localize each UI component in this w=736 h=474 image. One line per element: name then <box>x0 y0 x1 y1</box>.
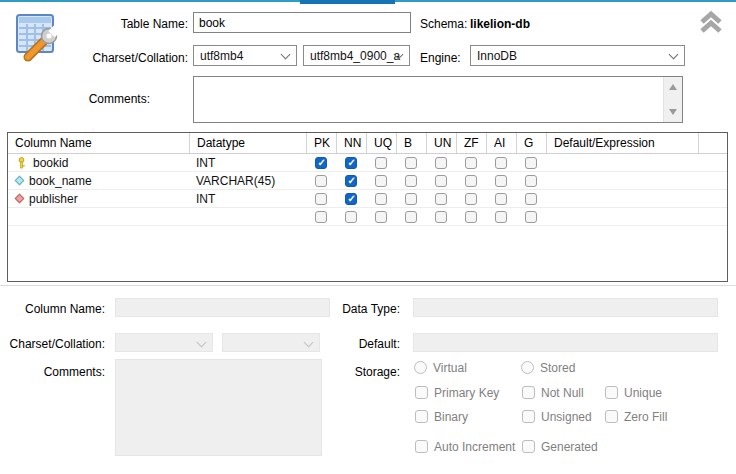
engine-select-value: InnoDB <box>477 49 517 63</box>
flag-cell-zf <box>456 193 486 205</box>
column-header-b[interactable]: B <box>396 133 426 153</box>
unique-checkbox <box>605 386 618 399</box>
column-name-cell[interactable]: publisher <box>8 192 189 206</box>
uq-checkbox[interactable] <box>375 193 387 205</box>
zf-checkbox[interactable] <box>465 193 477 205</box>
engine-select[interactable]: InnoDB <box>470 45 685 66</box>
un-checkbox[interactable] <box>435 175 447 187</box>
flag-cell-g <box>516 211 546 223</box>
flag-cell-nn <box>336 211 366 223</box>
pk-checkbox[interactable] <box>315 175 327 187</box>
diamond-blue-icon <box>15 176 25 186</box>
charset-select-value: utf8mb4 <box>200 49 243 63</box>
flag-cell-pk <box>306 211 336 223</box>
column-header-pk[interactable]: PK <box>306 133 336 153</box>
chevron-down-icon <box>197 338 207 348</box>
detail-comments-label: Comments: <box>5 365 105 380</box>
nn-checkbox[interactable] <box>345 157 357 169</box>
column-header-name[interactable]: Column Name <box>8 133 189 153</box>
schema-label: Schema: <box>420 17 467 32</box>
zf-checkbox[interactable] <box>465 157 477 169</box>
column-header-un[interactable]: UN <box>426 133 456 153</box>
b-checkbox[interactable] <box>405 211 417 223</box>
table-row[interactable] <box>8 208 727 226</box>
panel-divider <box>0 285 736 286</box>
flag-cell-g <box>516 175 546 187</box>
charset-select[interactable]: utf8mb4 <box>193 45 297 66</box>
storage-virtual-label: Virtual <box>433 361 467 376</box>
datatype-cell[interactable]: INT <box>189 156 306 170</box>
table-row[interactable]: book_nameVARCHAR(45) <box>8 172 727 190</box>
flag-cell-uq <box>366 211 396 223</box>
detail-data-type-label: Data Type: <box>300 302 400 317</box>
nn-checkbox[interactable] <box>345 175 357 187</box>
g-checkbox[interactable] <box>525 175 537 187</box>
zf-checkbox[interactable] <box>465 211 477 223</box>
flag-cell-b <box>396 175 426 187</box>
primary-key-checkbox <box>415 386 428 399</box>
table-name-label: Table Name: <box>40 17 188 32</box>
column-header-ai[interactable]: AI <box>486 133 516 153</box>
ai-checkbox[interactable] <box>495 193 507 205</box>
column-header-filler <box>698 133 727 153</box>
b-checkbox[interactable] <box>405 175 417 187</box>
column-header-uq[interactable]: UQ <box>366 133 396 153</box>
collation-select[interactable]: utf8mb4_0900_a <box>303 45 410 66</box>
g-checkbox[interactable] <box>525 211 537 223</box>
uq-checkbox[interactable] <box>375 211 387 223</box>
scrollbar[interactable] <box>663 77 682 122</box>
table-row[interactable]: bookidINT <box>8 154 727 172</box>
charset-collation-label: Charset/Collation: <box>40 51 188 66</box>
ai-checkbox[interactable] <box>495 175 507 187</box>
column-header-zf[interactable]: ZF <box>456 133 486 153</box>
primary-key-label: Primary Key <box>434 386 499 401</box>
detail-default-input <box>413 333 718 352</box>
detail-column-name-label: Column Name: <box>5 302 105 317</box>
table-comments-textarea[interactable] <box>193 76 683 123</box>
uq-checkbox[interactable] <box>375 175 387 187</box>
flag-cell-g <box>516 157 546 169</box>
pk-checkbox[interactable] <box>315 211 327 223</box>
binary-checkbox <box>415 410 428 423</box>
datatype-cell[interactable]: VARCHAR(45) <box>189 174 306 188</box>
schema-value: likelion-db <box>470 17 530 32</box>
flag-cell-ai <box>486 193 516 205</box>
b-checkbox[interactable] <box>405 193 417 205</box>
uq-checkbox[interactable] <box>375 157 387 169</box>
nn-checkbox[interactable] <box>345 211 357 223</box>
column-header-nn[interactable]: NN <box>336 133 366 153</box>
table-name-input[interactable] <box>193 12 411 33</box>
not-null-label: Not Null <box>541 386 584 401</box>
un-checkbox[interactable] <box>435 211 447 223</box>
ai-checkbox[interactable] <box>495 157 507 169</box>
g-checkbox[interactable] <box>525 157 537 169</box>
pk-checkbox[interactable] <box>315 157 327 169</box>
flag-cell-nn <box>336 157 366 169</box>
flag-cell-zf <box>456 175 486 187</box>
table-row[interactable]: publisherINT <box>8 190 727 208</box>
pk-checkbox[interactable] <box>315 193 327 205</box>
collapse-panel-button[interactable] <box>698 9 724 35</box>
flag-cell-zf <box>456 157 486 169</box>
detail-comments-textarea <box>115 359 322 456</box>
un-checkbox[interactable] <box>435 193 447 205</box>
flag-cell-un <box>426 193 456 205</box>
g-checkbox[interactable] <box>525 193 537 205</box>
column-header-default-expression[interactable]: Default/Expression <box>546 133 698 153</box>
scroll-down-icon[interactable] <box>669 109 677 115</box>
column-header-g[interactable]: G <box>516 133 546 153</box>
un-checkbox[interactable] <box>435 157 447 169</box>
column-name-cell[interactable]: bookid <box>8 156 189 170</box>
detail-data-type-input <box>413 298 718 317</box>
zf-checkbox[interactable] <box>465 175 477 187</box>
b-checkbox[interactable] <box>405 157 417 169</box>
nn-checkbox[interactable] <box>345 193 357 205</box>
column-name-cell[interactable]: book_name <box>8 174 189 188</box>
column-header-datatype[interactable]: Datatype <box>189 133 306 153</box>
ai-checkbox[interactable] <box>495 211 507 223</box>
scroll-up-icon[interactable] <box>669 84 677 90</box>
columns-grid-header: Column Name Datatype PK NN UQ B UN ZF AI… <box>8 133 727 154</box>
datatype-cell[interactable]: INT <box>189 192 306 206</box>
chevron-down-icon <box>281 50 291 60</box>
unsigned-label: Unsigned <box>541 410 592 425</box>
